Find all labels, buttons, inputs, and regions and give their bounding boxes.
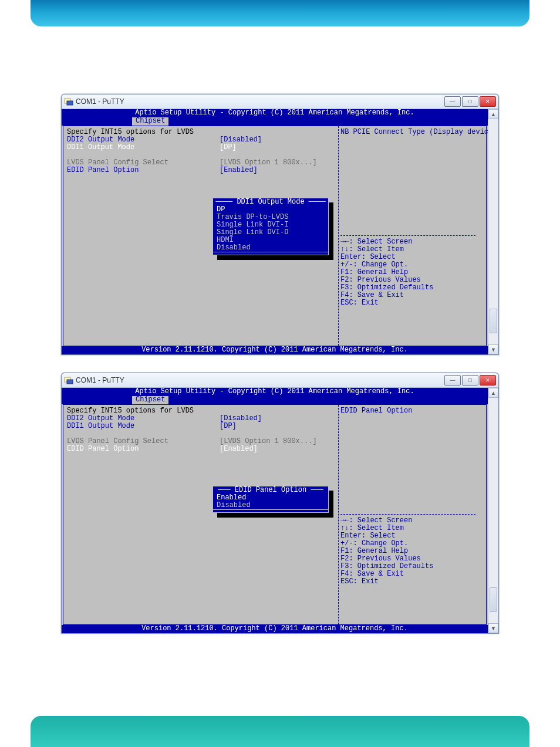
scrollbar[interactable]: ▲ ▼ xyxy=(488,388,498,633)
popup-ddi1-output-mode[interactable]: ──── DDI1 Output Mode ──── DP Travis DP-… xyxy=(212,198,329,255)
bottom-spacer xyxy=(0,651,560,716)
scroll-down-icon[interactable]: ▼ xyxy=(488,344,498,354)
bios-left-pane: Specify INT15 options for LVDS DDI2 Outp… xyxy=(67,407,336,453)
svg-rect-3 xyxy=(67,380,73,384)
minimize-button[interactable]: — xyxy=(444,375,461,386)
popup-title: ──── DDI1 Output Mode ──── xyxy=(213,198,328,206)
window-title: COM1 - PuTTY xyxy=(76,376,444,384)
popup-option-disabled[interactable]: Disabled xyxy=(213,244,328,252)
scroll-down-icon[interactable]: ▼ xyxy=(488,623,498,633)
putty-icon xyxy=(64,376,73,385)
scrollbar[interactable]: ▲ ▼ xyxy=(488,109,498,354)
bios-header: Aptio Setup Utility - Copyright (C) 2011… xyxy=(62,388,488,396)
screenshots-container: COM1 - PuTTY — □ ✕ Aptio Setup Utility -… xyxy=(0,26,560,634)
title-bar[interactable]: COM1 - PuTTY — □ ✕ xyxy=(62,373,498,388)
right-pane-spacer xyxy=(340,415,484,512)
close-button[interactable]: ✕ xyxy=(480,375,496,386)
help-esc: ESC: Exit xyxy=(340,578,484,586)
pane-divider xyxy=(338,126,339,346)
window-buttons: — □ ✕ xyxy=(444,96,496,107)
minimize-button[interactable]: — xyxy=(444,96,461,107)
bios-footer: Version 2.11.1210. Copyright (C) 2011 Am… xyxy=(62,346,488,354)
right-separator xyxy=(340,235,475,236)
bios-item-ddi1[interactable]: DDI1 Output Mode[DP] xyxy=(67,144,336,151)
title-bar[interactable]: COM1 - PuTTY — □ ✕ xyxy=(62,94,498,109)
popup-bottom-border xyxy=(213,252,328,255)
scroll-thumb[interactable] xyxy=(490,587,497,612)
putty-window-1: COM1 - PuTTY — □ ✕ Aptio Setup Utility -… xyxy=(61,94,499,355)
bios-main-panel: Specify INT15 options for LVDS DDI2 Outp… xyxy=(63,126,487,346)
putty-icon xyxy=(64,97,73,106)
bios-tab-chipset[interactable]: Chipset xyxy=(132,396,168,404)
right-pane-spacer xyxy=(340,136,484,233)
scroll-up-icon[interactable]: ▲ xyxy=(488,109,498,119)
bios-main-panel: Specify INT15 options for LVDS DDI2 Outp… xyxy=(63,404,487,625)
right-separator xyxy=(340,514,475,515)
help-key-list: →←: Select Screen ↑↓: Select Item Enter:… xyxy=(340,517,484,586)
terminal-area[interactable]: Aptio Setup Utility - Copyright (C) 2011… xyxy=(62,388,488,633)
svg-rect-1 xyxy=(67,101,73,105)
window-title: COM1 - PuTTY xyxy=(76,97,444,106)
page-footer-banner xyxy=(31,716,529,747)
scroll-thumb[interactable] xyxy=(490,309,497,333)
putty-body: Aptio Setup Utility - Copyright (C) 2011… xyxy=(62,109,498,354)
bios-item-edid[interactable]: EDID Panel Option[Enabled] xyxy=(67,445,336,453)
bios-tab-row: Chipset xyxy=(62,117,488,126)
pane-divider xyxy=(338,405,339,624)
item-description: NB PCIE Connect Type (Display device) xyxy=(340,129,484,136)
putty-window-2: COM1 - PuTTY — □ ✕ Aptio Setup Utility -… xyxy=(61,373,499,634)
popup-edid-panel-option[interactable]: ─── EDID Panel Option ─── Enabled Disabl… xyxy=(212,486,329,513)
bios-tab-chipset[interactable]: Chipset xyxy=(132,117,168,126)
popup-bottom-border xyxy=(213,509,328,512)
close-button[interactable]: ✕ xyxy=(480,96,496,107)
terminal-area[interactable]: Aptio Setup Utility - Copyright (C) 2011… xyxy=(62,109,488,354)
maximize-button[interactable]: □ xyxy=(462,375,478,386)
bios-right-pane: EDID Panel Option →←: Select Screen ↑↓: … xyxy=(340,407,484,586)
item-description: EDID Panel Option xyxy=(340,407,484,415)
help-key-list: →←: Select Screen ↑↓: Select Item Enter:… xyxy=(340,238,484,307)
maximize-button[interactable]: □ xyxy=(462,96,478,107)
bios-left-pane: Specify INT15 options for LVDS DDI2 Outp… xyxy=(67,129,336,174)
help-esc: ESC: Exit xyxy=(340,299,484,307)
bios-right-pane: NB PCIE Connect Type (Display device) →←… xyxy=(340,129,484,307)
page-header-banner xyxy=(31,0,529,26)
window-buttons: — □ ✕ xyxy=(444,375,496,386)
bios-item-edid[interactable]: EDID Panel Option[Enabled] xyxy=(67,167,336,174)
bios-item-ddi1[interactable]: DDI1 Output Mode[DP] xyxy=(67,422,336,430)
bios-footer: Version 2.11.1210. Copyright (C) 2011 Am… xyxy=(62,625,488,633)
bios-tab-row: Chipset xyxy=(62,396,488,404)
bios-header: Aptio Setup Utility - Copyright (C) 2011… xyxy=(62,109,488,117)
scroll-up-icon[interactable]: ▲ xyxy=(488,388,498,398)
popup-option-disabled[interactable]: Disabled xyxy=(213,502,328,509)
putty-body: Aptio Setup Utility - Copyright (C) 2011… xyxy=(62,388,498,633)
